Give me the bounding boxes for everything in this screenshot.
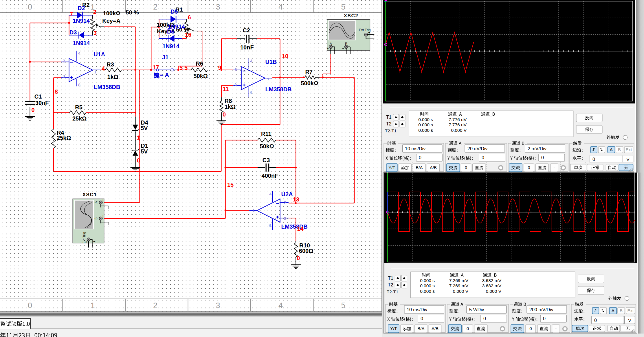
svg-text:R3: R3 xyxy=(107,61,114,68)
svg-text:14: 14 xyxy=(297,225,304,232)
svg-text:4: 4 xyxy=(278,3,283,11)
svg-text:Ext: Ext xyxy=(625,147,632,152)
svg-text:0: 0 xyxy=(28,3,32,11)
svg-text:3: 3 xyxy=(216,3,220,11)
svg-text:3: 3 xyxy=(284,216,286,221)
svg-text:3: 3 xyxy=(216,301,220,310)
svg-text:10nF: 10nF xyxy=(240,44,254,51)
svg-text:0: 0 xyxy=(594,318,597,323)
svg-text:0: 0 xyxy=(421,316,423,321)
svg-text:R6: R6 xyxy=(196,60,203,67)
svg-text:50 %: 50 % xyxy=(126,9,139,16)
svg-text:8: 8 xyxy=(249,90,252,95)
svg-text:5: 5 xyxy=(341,3,345,11)
svg-text:5: 5 xyxy=(179,65,183,71)
svg-text:1: 1 xyxy=(90,301,95,310)
svg-text:13: 13 xyxy=(293,196,299,203)
svg-text:C2: C2 xyxy=(243,27,250,34)
svg-text:T2: T2 xyxy=(386,121,392,126)
svg-text:6: 6 xyxy=(235,67,237,72)
svg-text:LM358DB: LM358DB xyxy=(281,223,308,230)
svg-text:D3: D3 xyxy=(69,29,77,36)
svg-text:17: 17 xyxy=(153,64,159,71)
svg-text:−: − xyxy=(101,224,103,228)
svg-text:D5: D5 xyxy=(170,8,178,15)
svg-text:0.000 V: 0.000 V xyxy=(453,289,469,294)
svg-text:8: 8 xyxy=(78,83,80,87)
svg-text:−: − xyxy=(93,239,96,244)
svg-text:B: B xyxy=(94,217,98,220)
svg-text:B/A: B/A xyxy=(417,326,424,331)
svg-text:30nF: 30nF xyxy=(35,100,49,106)
svg-text:0: 0 xyxy=(31,107,34,113)
svg-text:100kΩ: 100kΩ xyxy=(103,10,121,16)
svg-text:3: 3 xyxy=(93,30,97,36)
svg-text:25kΩ: 25kΩ xyxy=(72,115,87,122)
svg-text:25kΩ: 25kΩ xyxy=(57,135,71,141)
svg-text:200 mV/Div: 200 mV/Div xyxy=(529,307,553,312)
svg-text:0: 0 xyxy=(541,155,544,160)
svg-text:2 mV/Div: 2 mV/Div xyxy=(528,146,546,151)
svg-text:1N914: 1N914 xyxy=(73,40,90,46)
svg-text:+: + xyxy=(342,47,344,51)
svg-text:1: 1 xyxy=(137,134,140,141)
svg-text:+: + xyxy=(368,31,370,35)
svg-text:7.776 uV: 7.776 uV xyxy=(449,122,467,127)
svg-text:B: B xyxy=(618,147,621,152)
svg-text:0.000 s: 0.000 s xyxy=(420,289,435,294)
svg-text:50kΩ: 50kΩ xyxy=(193,73,208,79)
svg-text:XSC2: XSC2 xyxy=(344,13,358,18)
svg-text:V: V xyxy=(627,157,630,162)
svg-text:-: - xyxy=(555,326,557,331)
svg-text:D2: D2 xyxy=(78,5,85,11)
svg-text:0: 0 xyxy=(28,301,32,310)
svg-text:3: 3 xyxy=(63,74,65,79)
svg-text:2: 2 xyxy=(153,301,157,310)
svg-text:T2-T1: T2-T1 xyxy=(387,289,398,294)
svg-text:400nF: 400nF xyxy=(262,173,278,179)
svg-text:8: 8 xyxy=(269,223,271,228)
svg-text:0.000 V: 0.000 V xyxy=(451,128,467,133)
svg-text:4: 4 xyxy=(250,59,252,63)
svg-text:4: 4 xyxy=(278,301,283,310)
svg-text:R7: R7 xyxy=(305,69,313,75)
svg-text:V: V xyxy=(628,318,631,323)
svg-text:0: 0 xyxy=(419,155,421,160)
svg-text:0: 0 xyxy=(297,255,300,261)
svg-text:B/A: B/A xyxy=(416,165,423,170)
svg-text:0: 0 xyxy=(528,165,530,170)
svg-text:5V: 5V xyxy=(141,125,148,131)
svg-text:1: 1 xyxy=(94,70,97,74)
svg-text:0.000 s: 0.000 s xyxy=(418,128,433,133)
svg-text:D1: D1 xyxy=(141,142,148,149)
svg-text:0.000 V: 0.000 V xyxy=(486,289,502,294)
svg-text:7: 7 xyxy=(267,77,269,82)
svg-text:0.000 s: 0.000 s xyxy=(418,117,433,122)
svg-text:0: 0 xyxy=(467,326,469,331)
svg-text:8: 8 xyxy=(55,88,58,95)
svg-text:1: 1 xyxy=(252,208,255,213)
svg-text:0: 0 xyxy=(137,157,140,164)
svg-text:T1: T1 xyxy=(388,276,393,281)
svg-text:Ext: Ext xyxy=(627,308,634,313)
svg-text:-: - xyxy=(553,165,555,170)
svg-text:A: A xyxy=(612,308,614,313)
svg-text:2: 2 xyxy=(153,3,157,11)
svg-text:0: 0 xyxy=(223,111,226,118)
svg-text:0: 0 xyxy=(482,155,484,160)
svg-text:10 ms/Div: 10 ms/Div xyxy=(407,307,427,312)
svg-text:A/B: A/B xyxy=(430,165,437,170)
svg-text:−: − xyxy=(336,46,338,50)
svg-text:A: A xyxy=(610,147,613,152)
svg-text:T2: T2 xyxy=(388,282,393,287)
svg-text:5: 5 xyxy=(184,65,188,71)
svg-text:5V: 5V xyxy=(141,148,148,155)
svg-text:2: 2 xyxy=(284,200,286,205)
svg-text:5 V/Div: 5 V/Div xyxy=(469,307,484,312)
svg-text:9: 9 xyxy=(218,64,221,71)
svg-text:7: 7 xyxy=(70,11,73,17)
svg-text:Key=A: Key=A xyxy=(102,18,120,24)
svg-text:U1B: U1B xyxy=(265,59,277,65)
svg-text:D6: D6 xyxy=(167,28,175,35)
svg-text:0: 0 xyxy=(465,165,467,170)
